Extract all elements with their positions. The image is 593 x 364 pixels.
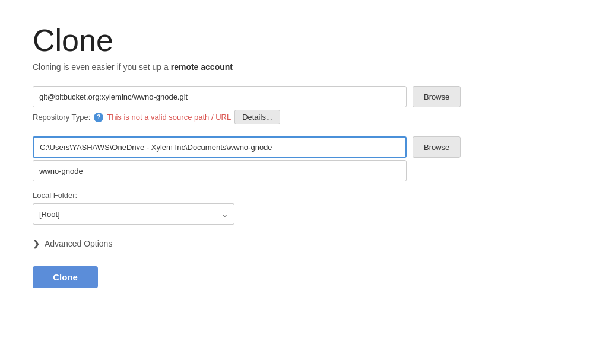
validation-text: This is not a valid source path / URL xyxy=(107,113,231,122)
help-icon[interactable]: ? xyxy=(94,113,103,122)
page-title: Clone xyxy=(33,24,502,58)
advanced-options-row[interactable]: ❯ Advanced Options xyxy=(33,239,502,248)
advanced-options-label: Advanced Options xyxy=(45,239,112,248)
local-folder-dropdown-container: [Root] ⌄ xyxy=(33,203,234,225)
destination-path-row: Browse xyxy=(33,136,502,158)
repo-name-row xyxy=(33,160,502,181)
local-folder-label: Local Folder: xyxy=(33,191,502,200)
subtitle: Cloning is even easier if you set up a r… xyxy=(33,62,502,72)
page-container: Clone Cloning is even easier if you set … xyxy=(0,0,534,312)
repo-type-label: Repository Type: xyxy=(33,113,90,122)
clone-button[interactable]: Clone xyxy=(33,266,98,288)
details-button[interactable]: Details... xyxy=(234,110,280,124)
repo-name-input[interactable] xyxy=(33,160,407,181)
source-url-input[interactable] xyxy=(33,86,407,107)
browse-button-1[interactable]: Browse xyxy=(413,86,461,107)
repo-type-row: Repository Type: ? This is not a valid s… xyxy=(33,110,502,124)
chevron-right-icon: ❯ xyxy=(33,239,40,248)
destination-path-input[interactable] xyxy=(33,136,407,158)
local-folder-dropdown[interactable]: [Root] xyxy=(33,203,234,225)
browse-button-2[interactable]: Browse xyxy=(413,136,461,158)
subtitle-prefix: Cloning is even easier if you set up a xyxy=(33,62,171,72)
source-url-row: Browse xyxy=(33,86,502,107)
remote-account-link[interactable]: remote account xyxy=(171,62,233,72)
